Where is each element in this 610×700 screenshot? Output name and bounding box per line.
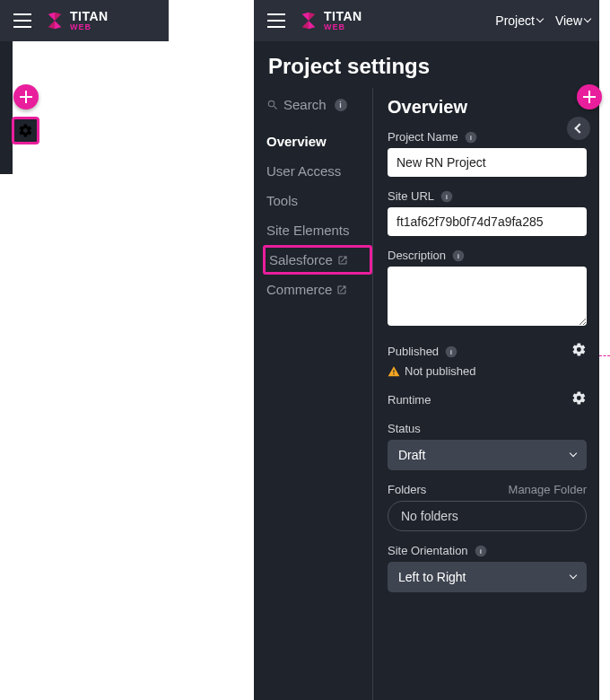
search-icon: [266, 99, 279, 111]
settings-button[interactable]: [12, 117, 39, 144]
info-icon: i: [441, 190, 453, 202]
brand-name: TITAN: [324, 10, 362, 22]
info-icon: i: [465, 131, 476, 143]
site-orientation-select[interactable]: Left to Right: [388, 562, 587, 592]
view-menu[interactable]: View: [555, 13, 590, 28]
site-orientation-label: Site Orientation: [388, 544, 468, 557]
project-menu-label: Project: [495, 13, 535, 28]
guide-line: [599, 355, 610, 356]
add-button[interactable]: [13, 84, 39, 109]
menu-icon[interactable]: [9, 9, 36, 32]
description-label: Description: [388, 249, 446, 262]
titan-logo-icon: [299, 11, 318, 31]
folders-value: No folders: [388, 501, 587, 531]
runtime-settings-button[interactable]: [571, 390, 587, 409]
page-title: Project settings: [268, 54, 585, 79]
search-input[interactable]: Search i: [266, 97, 372, 112]
runtime-label: Runtime: [388, 393, 431, 407]
project-name-input[interactable]: [388, 148, 587, 177]
menu-icon[interactable]: [263, 9, 290, 32]
svg-rect-0: [13, 13, 31, 15]
published-settings-button[interactable]: [571, 342, 587, 361]
nav-tools[interactable]: Tools: [266, 186, 372, 215]
external-link-icon: [337, 255, 348, 266]
search-placeholder: Search: [283, 97, 327, 112]
svg-rect-9: [583, 96, 596, 98]
add-button[interactable]: [577, 84, 602, 109]
status-value: Draft: [398, 448, 425, 462]
brand-sub: WEB: [324, 22, 362, 31]
brand-sub: WEB: [70, 22, 109, 31]
project-menu[interactable]: Project: [495, 13, 543, 28]
brand-logo: TITAN WEB: [299, 10, 362, 31]
svg-rect-2: [13, 26, 31, 28]
site-url-label: Site URL: [388, 189, 434, 203]
nav-salesforce[interactable]: Salesforce: [263, 245, 372, 275]
manage-folder-link[interactable]: Manage Folder: [509, 483, 587, 496]
svg-rect-6: [267, 20, 285, 22]
nav-site-elements[interactable]: Site Elements: [266, 215, 372, 245]
project-name-label: Project Name: [388, 130, 458, 144]
svg-rect-4: [20, 96, 32, 98]
left-rail: [0, 41, 13, 174]
site-orientation-value: Left to Right: [398, 570, 466, 584]
info-icon: i: [446, 346, 458, 357]
info-icon: i: [453, 249, 465, 261]
published-status: Not published: [405, 364, 476, 378]
brand-logo: TITAN WEB: [45, 10, 109, 31]
external-link-icon: [336, 284, 347, 295]
info-icon: i: [475, 545, 486, 556]
svg-rect-7: [267, 26, 285, 28]
nav-user-access[interactable]: User Access: [266, 156, 372, 186]
chevron-down-icon: [536, 15, 544, 22]
brand-name: TITAN: [70, 10, 109, 22]
plus-icon: [583, 91, 596, 103]
view-menu-label: View: [555, 13, 582, 28]
published-label: Published: [388, 345, 439, 358]
chevron-down-icon: [584, 15, 591, 22]
svg-rect-5: [267, 13, 285, 15]
gear-icon: [18, 123, 33, 138]
gear-icon: [571, 390, 587, 406]
gear-icon: [571, 342, 587, 357]
nav-overview[interactable]: Overview: [266, 127, 372, 156]
chevron-down-icon: [570, 572, 577, 579]
warning-icon: [388, 365, 400, 378]
info-icon: i: [335, 99, 347, 111]
plus-icon: [20, 91, 32, 103]
status-select[interactable]: Draft: [388, 440, 587, 470]
chevron-down-icon: [570, 450, 577, 457]
svg-rect-1: [13, 20, 31, 22]
collapse-panel-button[interactable]: [567, 117, 590, 140]
titan-logo-icon: [45, 11, 65, 31]
overview-heading: Overview: [388, 97, 587, 118]
folders-label: Folders: [388, 483, 426, 496]
site-url-input[interactable]: [388, 207, 587, 236]
status-label: Status: [388, 422, 421, 435]
description-input[interactable]: [388, 267, 587, 326]
nav-commerce[interactable]: Commerce: [266, 275, 372, 304]
